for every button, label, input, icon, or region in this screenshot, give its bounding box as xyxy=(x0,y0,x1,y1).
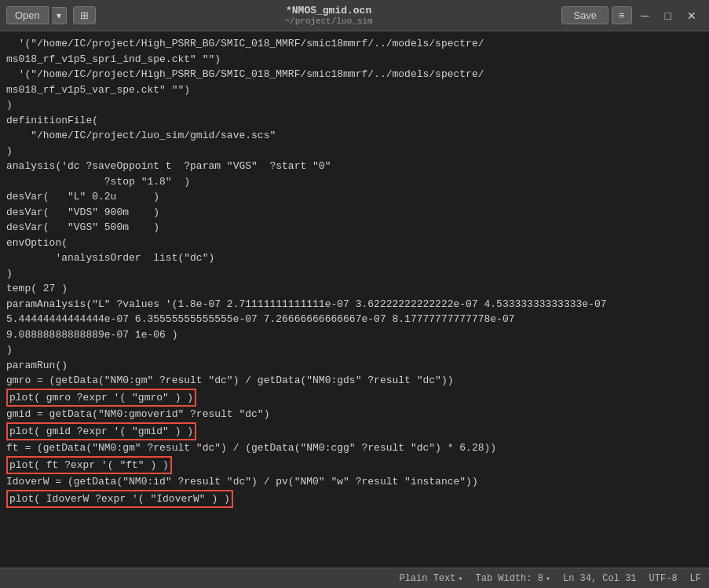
code-line: ) xyxy=(6,97,703,113)
code-line: plot( IdoverW ?expr '( "IdoverW" ) ) xyxy=(6,490,703,509)
code-line: ) xyxy=(6,266,703,282)
code-line: desVar( "VGS" 500m ) xyxy=(6,220,703,236)
code-line: ?stop "1.8" ) xyxy=(6,174,703,190)
code-line: ) xyxy=(6,342,703,358)
code-line: ms018_rf_v1p5_var_spe.ckt" "") xyxy=(6,82,703,98)
title-bar-left: Open ▾ ⊞ xyxy=(6,6,96,24)
code-line: plot( ft ?expr '( "ft" ) ) xyxy=(6,456,703,475)
highlighted-code-line: plot( gmid ?expr '( "gmid" ) ) xyxy=(6,422,196,441)
tabwidth-label: Tab Width: 8 xyxy=(476,573,543,584)
code-line: '("/home/IC/project/High_PSRR_BG/SMIC_01… xyxy=(6,36,703,52)
code-line: 'analysisOrder list("dc") xyxy=(6,250,703,266)
snapshot-button[interactable]: ⊞ xyxy=(73,6,96,24)
minimize-button[interactable]: ─ xyxy=(635,7,656,24)
code-line: 9.08888888888889e-07 1e-06 ) xyxy=(6,327,703,343)
editor-area: '("/home/IC/project/High_PSRR_BG/SMIC_01… xyxy=(0,31,709,568)
highlighted-code-line: plot( IdoverW ?expr '( "IdoverW" ) ) xyxy=(6,490,233,509)
window-title: *NMOS_gmid.ocn xyxy=(96,5,562,16)
close-button[interactable]: ✕ xyxy=(681,7,703,24)
code-line: paramAnalysis("L" ?values '(1.8e-07 2.71… xyxy=(6,297,703,312)
code-line: desVar( "L" 0.2u ) xyxy=(6,189,703,205)
encoding-text: UTF-8 xyxy=(649,573,678,584)
code-line: envOption( xyxy=(6,236,703,251)
eol-text: LF xyxy=(690,573,701,584)
code-line: 5.44444444444444e-07 6.35555555555555e-0… xyxy=(6,312,703,327)
filetype-label: Plain Text xyxy=(399,573,455,584)
cursor-position: Ln 34, Col 31 xyxy=(563,573,637,584)
code-line: gmid = getData("NM0:gmoverid" ?result "d… xyxy=(6,407,703,422)
maximize-button[interactable]: □ xyxy=(659,7,678,24)
code-line: analysis('dc ?saveOppoint t ?param "VGS"… xyxy=(6,159,703,174)
code-line: plot( gmid ?expr '( "gmid" ) ) xyxy=(6,422,703,441)
menu-button[interactable]: ≡ xyxy=(612,6,632,24)
filetype-selector[interactable]: Plain Text ▾ xyxy=(399,573,462,584)
title-bar-right: Save ≡ ─ □ ✕ xyxy=(561,6,703,24)
status-bar: Plain Text ▾ Tab Width: 8 ▾ Ln 34, Col 3… xyxy=(0,568,709,588)
tabwidth-chevron: ▾ xyxy=(546,574,550,583)
code-line: '("/home/IC/project/High_PSRR_BG/SMIC_01… xyxy=(6,67,703,82)
highlighted-code-line: plot( gmro ?expr '( "gmro" ) ) xyxy=(6,389,196,407)
window-path: ~/project/luo_sim xyxy=(96,16,562,26)
encoding-label: UTF-8 xyxy=(649,573,678,584)
position-label: Ln 34, Col 31 xyxy=(563,573,637,584)
code-line: definitionFile( xyxy=(6,113,703,129)
code-line: ms018_rf_v1p5_spri_ind_spe.ckt" "") xyxy=(6,52,703,68)
title-center: *NMOS_gmid.ocn ~/project/luo_sim xyxy=(96,5,562,26)
eol-label: LF xyxy=(690,573,701,584)
filetype-chevron: ▾ xyxy=(458,574,462,583)
open-button[interactable]: Open xyxy=(6,6,49,24)
code-line: paramRun() xyxy=(6,358,703,374)
code-line: ft = (getData("NM0:gm" ?result "dc") / (… xyxy=(6,440,703,456)
title-bar: Open ▾ ⊞ *NMOS_gmid.ocn ~/project/luo_si… xyxy=(0,0,709,31)
tabwidth-selector[interactable]: Tab Width: 8 ▾ xyxy=(476,573,550,584)
open-dropdown-button[interactable]: ▾ xyxy=(52,7,67,24)
code-content[interactable]: '("/home/IC/project/High_PSRR_BG/SMIC_01… xyxy=(0,31,709,568)
code-line: IdoverW = (getData("NM0:id" ?result "dc"… xyxy=(6,474,703,490)
save-button[interactable]: Save xyxy=(561,6,608,24)
code-line: "/home/IC/project/luo_sim/gmid/save.scs" xyxy=(6,128,703,144)
code-line: plot( gmro ?expr '( "gmro" ) ) xyxy=(6,389,703,407)
code-line: temp( 27 ) xyxy=(6,281,703,297)
code-line: gmro = (getData("NM0:gm" ?result "dc") /… xyxy=(6,373,703,389)
highlighted-code-line: plot( ft ?expr '( "ft" ) ) xyxy=(6,456,172,475)
code-line: ) xyxy=(6,144,703,159)
code-line: desVar( "VDS" 900m ) xyxy=(6,205,703,221)
